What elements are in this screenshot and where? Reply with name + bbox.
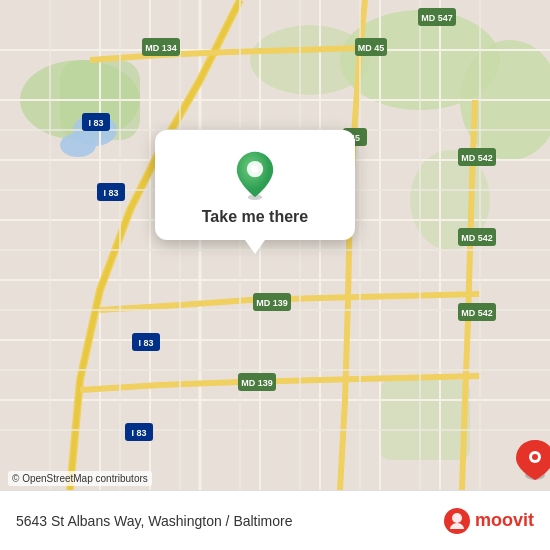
- svg-point-66: [532, 454, 538, 460]
- svg-text:MD 45: MD 45: [358, 43, 385, 53]
- callout-popup: Take me there: [155, 130, 355, 240]
- svg-text:I 83: I 83: [88, 118, 103, 128]
- svg-point-71: [452, 513, 462, 523]
- location-pin-icon: [230, 150, 280, 200]
- map-container: I 83 I 83 I 83 I 83 MD 134 MD 45 45 MD 5…: [0, 0, 550, 490]
- take-me-there-button[interactable]: Take me there: [202, 208, 308, 226]
- svg-text:MD 542: MD 542: [461, 153, 493, 163]
- svg-text:MD 134: MD 134: [145, 43, 177, 53]
- svg-text:I 83: I 83: [103, 188, 118, 198]
- svg-point-5: [250, 25, 370, 95]
- svg-text:I 83: I 83: [138, 338, 153, 348]
- footer-bar: 5643 St Albans Way, Washington / Baltimo…: [0, 490, 550, 550]
- svg-point-69: [251, 165, 258, 172]
- svg-text:MD 139: MD 139: [241, 378, 273, 388]
- osm-attribution: © OpenStreetMap contributors: [8, 471, 152, 486]
- address-label: 5643 St Albans Way, Washington / Baltimo…: [16, 513, 435, 529]
- svg-text:MD 542: MD 542: [461, 308, 493, 318]
- svg-text:MD 547: MD 547: [421, 13, 453, 23]
- svg-text:MD 542: MD 542: [461, 233, 493, 243]
- moovit-text: moovit: [475, 510, 534, 531]
- svg-point-9: [60, 133, 96, 157]
- moovit-logo: moovit: [443, 507, 534, 535]
- svg-rect-7: [380, 380, 470, 460]
- svg-text:MD 139: MD 139: [256, 298, 288, 308]
- svg-text:I 83: I 83: [131, 428, 146, 438]
- moovit-logo-icon: [443, 507, 471, 535]
